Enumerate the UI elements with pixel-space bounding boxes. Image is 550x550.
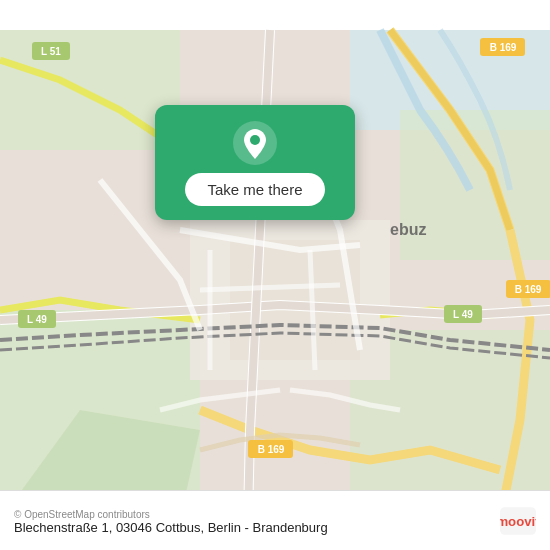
- map-container[interactable]: L 51 B 169 B 169 B 169 L 49 L 49 ebuz Ta…: [0, 0, 550, 550]
- address-section: © OpenStreetMap contributors Blechenstra…: [14, 507, 328, 535]
- location-card: Take me there: [155, 105, 355, 220]
- moovit-logo-icon: moovit: [500, 507, 536, 535]
- info-bar: © OpenStreetMap contributors Blechenstra…: [0, 490, 550, 550]
- map-background: L 51 B 169 B 169 B 169 L 49 L 49 ebuz: [0, 0, 550, 550]
- moovit-logo: moovit: [500, 507, 536, 535]
- svg-text:B 169: B 169: [258, 444, 285, 455]
- svg-text:B 169: B 169: [490, 42, 517, 53]
- svg-text:ebuz: ebuz: [390, 221, 426, 238]
- svg-text:L 49: L 49: [453, 309, 473, 320]
- take-me-there-button[interactable]: Take me there: [185, 173, 324, 206]
- svg-text:moovit: moovit: [500, 514, 536, 529]
- copyright-text: © OpenStreetMap contributors: [14, 509, 328, 520]
- address-text: Blechenstraße 1, 03046 Cottbus, Berlin -…: [14, 520, 328, 535]
- location-pin-icon: [233, 121, 277, 165]
- svg-text:B 169: B 169: [515, 284, 542, 295]
- svg-text:L 51: L 51: [41, 46, 61, 57]
- svg-point-23: [250, 135, 260, 145]
- svg-text:L 49: L 49: [27, 314, 47, 325]
